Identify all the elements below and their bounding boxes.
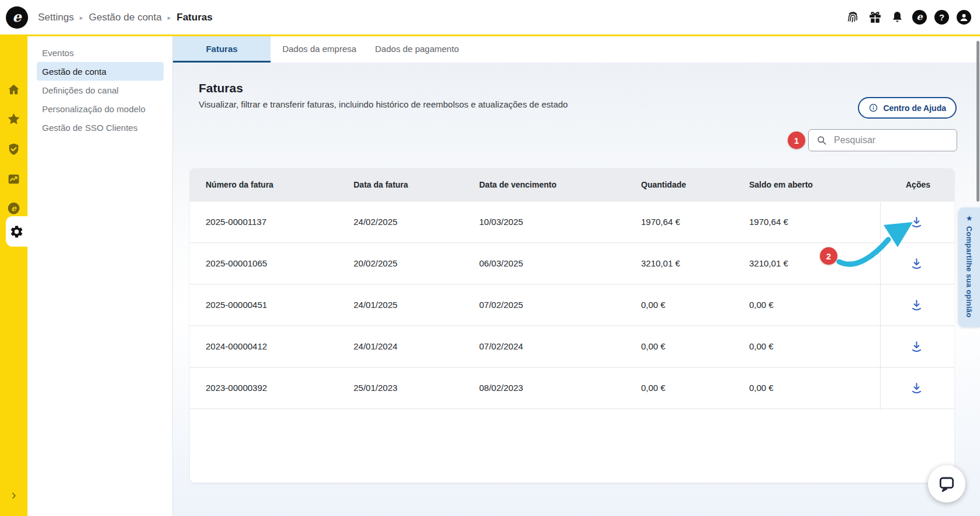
info-icon (868, 103, 878, 113)
tab-dados-da-empresa[interactable]: Dados da empresa (271, 36, 368, 63)
question-mark: ? (939, 12, 944, 22)
open-balance: 0,00 € (749, 285, 774, 325)
table-header-row: Número da fatura Data da fatura Data de … (190, 168, 954, 202)
vertical-scrollbar[interactable] (976, 41, 979, 202)
account-avatar-icon[interactable] (956, 9, 972, 25)
help-center-button[interactable]: Centro de Ajuda (858, 97, 957, 119)
annotation-step-1-badge: 1 (788, 131, 805, 149)
download-invoice-icon[interactable] (909, 214, 924, 230)
col-amount: Quantidade (641, 168, 686, 202)
sidebar-item-gestao-de-sso[interactable]: Gestão de SSO Clientes (27, 118, 172, 137)
brand-e-icon[interactable]: e (0, 200, 27, 216)
search-box (808, 129, 957, 151)
star-icon: ★ (966, 214, 973, 222)
sidebar-item-gestao-de-conta[interactable]: Gestão de conta (37, 62, 164, 81)
help-icon[interactable]: ? (934, 9, 950, 25)
open-balance: 3210,01 € (749, 243, 788, 284)
annotation-step-2-badge: 2 (820, 247, 837, 265)
due-date: 06/03/2025 (479, 243, 523, 284)
search-input[interactable] (833, 134, 951, 146)
topbar: e Settings ▸ Gestão de conta ▸ Faturas (0, 0, 980, 36)
fingerprint-icon[interactable] (845, 9, 861, 25)
home-icon[interactable] (0, 81, 27, 98)
table-row: 2023-00000392 25/01/2023 08/02/2023 0,00… (190, 368, 954, 409)
breadcrumb-current-page: Faturas (176, 12, 212, 23)
breadcrumb-settings[interactable]: Settings (38, 12, 74, 23)
chat-widget-button[interactable] (928, 465, 965, 503)
sidebar-item-personalizacao-do-modelo[interactable]: Personalização do modelo (27, 99, 172, 118)
col-invoice-number: Número da fatura (206, 168, 273, 202)
open-balance: 1970,64 € (749, 202, 788, 243)
settings-subnav: Eventos Gestão de conta Definições do ca… (27, 36, 173, 516)
tab-bar: Faturas Dados da empresa Dados de pagame… (173, 36, 980, 63)
col-open-balance: Saldo em aberto (749, 168, 813, 202)
feedback-tab[interactable]: ★ Compartilhe sua opinião (958, 207, 980, 327)
help-center-label: Centro de Ajuda (883, 103, 946, 113)
invoice-date: 20/02/2025 (354, 243, 397, 284)
breadcrumb: Settings ▸ Gestão de conta ▸ Faturas (38, 12, 213, 23)
primary-rail: e › (0, 36, 27, 516)
col-actions: Ações (906, 168, 930, 202)
amount: 0,00 € (641, 285, 666, 325)
star-icon[interactable] (0, 110, 27, 127)
tab-dados-de-pagamento[interactable]: Dados de pagamento (368, 36, 466, 63)
amount: 3210,01 € (641, 243, 680, 284)
invoices-table: Número da fatura Data da fatura Data de … (190, 168, 954, 483)
actions-column-divider (880, 202, 881, 410)
invoice-date: 24/02/2025 (354, 202, 397, 243)
chat-bubble-icon (937, 475, 956, 493)
download-invoice-icon[interactable] (909, 380, 924, 396)
amount: 0,00 € (641, 368, 666, 408)
sidebar-item-definicoes-do-canal[interactable]: Definições do canal (27, 81, 172, 99)
invoice-number: 2024-00000412 (206, 326, 267, 367)
due-date: 07/02/2025 (479, 285, 523, 325)
breadcrumb-separator-icon: ▸ (79, 14, 83, 22)
brand-letter: e (12, 8, 21, 25)
due-date: 08/02/2023 (479, 368, 523, 408)
feedback-label: Compartilhe sua opinião (965, 226, 974, 317)
breadcrumb-account-management[interactable]: Gestão de conta (89, 12, 162, 23)
topbar-actions: e ? (845, 0, 972, 34)
invoice-number: 2025-00001065 (206, 243, 267, 284)
table-row: 2025-00001065 20/02/2025 06/03/2025 3210… (190, 243, 954, 285)
amount: 1970,64 € (641, 202, 680, 243)
shield-check-icon[interactable] (0, 141, 27, 157)
download-invoice-icon[interactable] (909, 339, 924, 355)
svg-text:e: e (11, 203, 17, 213)
invoice-number: 2025-00000451 (206, 285, 267, 325)
table-row: 2025-00000451 24/01/2025 07/02/2025 0,00… (190, 285, 954, 326)
download-invoice-icon[interactable] (909, 297, 924, 313)
table-row: 2025-00001137 24/02/2025 10/03/2025 1970… (190, 202, 954, 243)
open-balance: 0,00 € (749, 326, 774, 367)
due-date: 07/02/2024 (479, 326, 523, 367)
open-balance: 0,00 € (749, 368, 774, 408)
invoice-date: 25/01/2023 (354, 368, 397, 408)
brand-letter: e (916, 11, 922, 22)
gift-icon[interactable] (867, 9, 883, 25)
breadcrumb-separator-icon: ▸ (168, 14, 171, 22)
col-due-date: Data de vencimento (479, 168, 556, 202)
brand-logo-icon[interactable]: e (6, 6, 28, 29)
invoice-date: 24/01/2025 (354, 285, 397, 325)
download-invoice-icon[interactable] (909, 256, 924, 272)
search-icon (816, 134, 827, 146)
analytics-chart-icon[interactable] (0, 171, 27, 187)
page-title: Faturas (199, 81, 243, 95)
invoice-number: 2023-00000392 (206, 368, 267, 408)
table-row: 2024-00000412 24/01/2024 07/02/2024 0,00… (190, 326, 954, 368)
main-content: Faturas Visualizar, filtrar e transferir… (173, 63, 980, 516)
due-date: 10/03/2025 (479, 202, 523, 243)
page-subtitle: Visualizar, filtrar e transferir faturas… (199, 99, 568, 109)
tab-faturas[interactable]: Faturas (173, 36, 271, 63)
app-window: e Settings ▸ Gestão de conta ▸ Faturas (0, 0, 980, 516)
brand-community-icon[interactable]: e (912, 9, 927, 25)
sidebar-item-eventos[interactable]: Eventos (27, 43, 172, 62)
expand-sidebar-chevron-icon[interactable]: › (0, 486, 27, 504)
notifications-bell-icon[interactable] (889, 9, 905, 25)
invoice-date: 24/01/2024 (354, 326, 397, 367)
settings-gear-icon[interactable] (6, 216, 27, 247)
amount: 0,00 € (641, 326, 666, 367)
col-invoice-date: Data da fatura (354, 168, 408, 202)
invoice-number: 2025-00001137 (206, 202, 266, 243)
